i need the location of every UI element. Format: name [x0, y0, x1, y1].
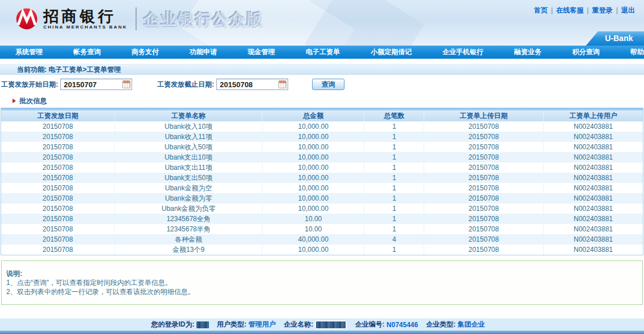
column-header-3: 总笔数: [364, 111, 424, 121]
breadcrumb-path: 电子工资单>工资单管理: [48, 66, 121, 74]
company-name-redacted: [315, 320, 347, 329]
table-cell: 20150708: [1, 193, 114, 203]
end-date-label: 工资发放截止日期:: [157, 80, 214, 89]
table-cell: 12345678半角: [114, 224, 262, 234]
start-date-input[interactable]: [61, 80, 118, 89]
table-row[interactable]: 20150708Ubank金额为零10,000.00120150708N0024…: [1, 193, 643, 203]
table-cell: 20150708: [424, 203, 544, 214]
notes-lines: 1、点击“查询”，可以查看指定时间段内的工资单信息。2、双击列表中的特定一行记录…: [6, 278, 642, 296]
table-row[interactable]: 20150708Ubank收入11项10,000.00120150708N002…: [1, 132, 643, 142]
table-row[interactable]: 20150708Ubank支出50项10,000.00120150708N002…: [1, 173, 643, 183]
table-row[interactable]: 20150708Ubank金额为负零10,000.00120150708N002…: [1, 203, 643, 214]
table-cell: N002403881: [543, 224, 643, 234]
red-arrow-icon: [13, 99, 16, 103]
login-id-redacted: [196, 321, 209, 328]
link-separator: |: [551, 6, 553, 14]
company-name-label: 企业名称:: [284, 320, 313, 329]
company-type-value: 集团企业: [458, 320, 485, 329]
header-link-0[interactable]: 首页: [534, 6, 548, 14]
calendar-icon[interactable]: [278, 80, 286, 88]
table-cell: 1: [364, 132, 424, 142]
table-cell: 40,000.00: [262, 234, 364, 245]
table-row[interactable]: 20150708Ubank收入50项10,000.00120150708N002…: [1, 142, 643, 152]
cmb-logo-icon: [15, 7, 39, 31]
table-cell: 1: [364, 173, 424, 183]
table-cell: Ubank支出50项: [114, 173, 262, 183]
table-cell: 20150708: [1, 234, 114, 245]
note-line-0: 1、点击“查询”，可以查看指定时间段内的工资单信息。: [6, 278, 642, 287]
table-cell: Ubank收入11项: [114, 132, 262, 142]
table-cell: 1: [364, 162, 424, 173]
nav-item-8[interactable]: 融资业务: [499, 47, 557, 57]
breadcrumb-label: 当前功能:: [17, 66, 47, 74]
table-cell: 10,000.00: [262, 152, 364, 162]
header-link-1[interactable]: 在线客服: [556, 6, 584, 14]
table-row[interactable]: 20150708金额13个910,000.00120150708N0024038…: [1, 245, 643, 255]
nav-item-3[interactable]: 功能申请: [174, 47, 232, 57]
table-cell: 20150708: [1, 132, 114, 142]
table-row[interactable]: 20150708Ubank收入10项10,000.00120150708N002…: [1, 121, 643, 132]
nav-item-7[interactable]: 企业手机银行: [427, 47, 499, 57]
table-cell: 1: [364, 183, 424, 193]
nav-item-2[interactable]: 商务支付: [116, 47, 174, 57]
note-line-1: 2、双击列表中的特定一行记录，可以查看该批次的明细信息。: [6, 287, 642, 296]
table-cell: 20150708: [424, 214, 544, 224]
table-cell: 10,000.00: [262, 142, 364, 152]
table-cell: Ubank支出10项: [114, 152, 262, 162]
page: 招商银行 CHINA MERCHANTS BANK 企业银行公众版 首页|在线客…: [0, 0, 644, 334]
header: 招商银行 CHINA MERCHANTS BANK 企业银行公众版 首页|在线客…: [0, 0, 644, 46]
nav-item-1[interactable]: 帐务查询: [58, 47, 116, 57]
table-cell: 20150708: [1, 203, 114, 214]
notes-title: 说明:: [6, 269, 642, 278]
table-cell: 20150708: [1, 183, 114, 193]
header-link-2[interactable]: 重登录: [592, 6, 613, 14]
query-button[interactable]: 查询: [312, 79, 344, 90]
table-cell: 10,000.00: [262, 162, 364, 173]
table-cell: 20150708: [424, 224, 544, 234]
table-cell: 1: [364, 224, 424, 234]
table-cell: N002403881: [543, 132, 643, 142]
table-row[interactable]: 20150708Ubank金额为空10,000.00120150708N0024…: [1, 183, 643, 193]
nav-item-9[interactable]: 积分查询: [557, 47, 615, 57]
nav-item-0[interactable]: 系统管理: [0, 47, 58, 57]
table-cell: 20150708: [1, 214, 114, 224]
table-cell: 20150708: [1, 142, 114, 152]
table-cell: 20150708: [424, 142, 544, 152]
header-link-3[interactable]: 退出: [621, 6, 635, 14]
table-cell: 20150708: [424, 152, 544, 162]
table-cell: 20150708: [1, 121, 114, 132]
table-cell: Ubank收入10项: [114, 121, 262, 132]
table-cell: 20150708: [424, 132, 544, 142]
table-cell: 20150708: [424, 121, 544, 132]
nav-item-6[interactable]: 小额定期借记: [355, 47, 427, 57]
table-cell: N002403881: [543, 121, 643, 132]
table-row[interactable]: 2015070812345678半角10.00120150708N0024038…: [1, 224, 643, 234]
link-separator: |: [616, 6, 618, 14]
end-date-input[interactable]: [217, 80, 274, 89]
ubank-tab[interactable]: U-Bank: [586, 31, 644, 46]
column-header-1: 工资单名称: [114, 111, 262, 121]
table-cell: 1: [364, 193, 424, 203]
table-cell: N002403881: [543, 152, 643, 162]
nav-item-10[interactable]: 帮助: [615, 47, 644, 57]
table-cell: 10,000.00: [262, 183, 364, 193]
table-cell: Ubank金额为零: [114, 193, 262, 203]
logo-divider: [136, 7, 137, 30]
table-cell: N002403881: [543, 173, 643, 183]
table-cell: 10.00: [262, 224, 364, 234]
table-cell: N002403881: [543, 203, 643, 214]
nav-item-4[interactable]: 现金管理: [232, 47, 290, 57]
table-row[interactable]: 20150708Ubank支出11项10,000.00120150708N002…: [1, 162, 643, 173]
batch-info-section: 批次信息: [13, 96, 644, 105]
table-cell: 10,000.00: [262, 132, 364, 142]
table-cell: N002403881: [543, 245, 643, 255]
end-date-field: [216, 79, 288, 90]
table-row[interactable]: 2015070812345678全角10.00120150708N0024038…: [1, 214, 643, 224]
bottom-band: [0, 331, 644, 334]
nav-item-5[interactable]: 电子工资单: [290, 47, 355, 57]
table-cell: 1: [364, 142, 424, 152]
table-row[interactable]: 20150708各种金额40,000.00420150708N002403881: [1, 234, 643, 245]
table-cell: 10,000.00: [262, 173, 364, 183]
table-row[interactable]: 20150708Ubank支出10项10,000.00120150708N002…: [1, 152, 643, 162]
calendar-icon[interactable]: [122, 80, 130, 88]
